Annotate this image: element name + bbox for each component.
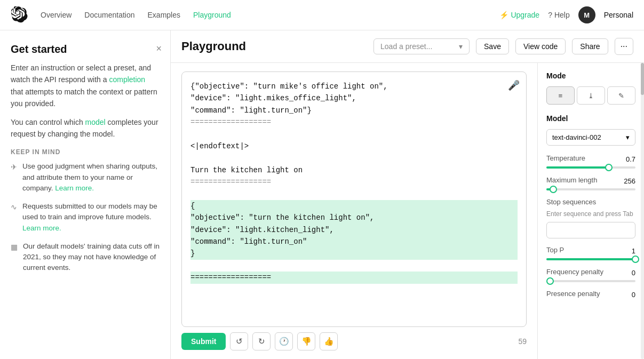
mode-list-button[interactable]: ≡: [546, 86, 575, 105]
model-select[interactable]: text-davinci-002 ▾: [546, 129, 635, 146]
learn-more-link-1[interactable]: Learn more.: [55, 184, 94, 192]
stop-seq-input[interactable]: [546, 222, 635, 238]
max-length-row: Maximum length 256: [546, 176, 635, 186]
preset-select[interactable]: Load a preset... ▾: [373, 38, 470, 54]
freq-penalty-thumb[interactable]: [546, 277, 554, 285]
editor-green-5: }: [190, 248, 518, 259]
freq-penalty-label: Frequency penalty: [546, 268, 603, 276]
editor-green-3: "device": "light.kitchen_light",: [190, 224, 518, 236]
mode-buttons: ≡ ⤓ ✎: [546, 86, 635, 105]
max-length-slider[interactable]: [546, 188, 635, 190]
model-link[interactable]: model: [85, 118, 106, 126]
insert-icon: ⤓: [588, 92, 594, 100]
navbar: Overview Documentation Examples Playgrou…: [0, 0, 644, 30]
editor-line-7: [190, 152, 518, 164]
logo[interactable]: [11, 6, 28, 23]
editor-area: 🎤 {"objective": "turn mike's office ligh…: [171, 63, 644, 359]
freq-penalty-row: Frequency penalty 0: [546, 268, 635, 278]
activity-icon: ∿: [11, 202, 17, 234]
sidebar-item-requests-text: Requests submitted to our models may be …: [22, 201, 160, 234]
calendar-icon: ▦: [11, 242, 18, 274]
temperature-label: Temperature: [546, 154, 585, 162]
thumbs-down-button[interactable]: 👎: [297, 332, 315, 350]
history-button[interactable]: 🕐: [275, 332, 293, 350]
learn-more-link-2[interactable]: Learn more.: [22, 224, 61, 232]
thumbs-up-icon: 👍: [324, 337, 334, 346]
presence-penalty-label: Presence penalty: [546, 290, 600, 298]
view-code-button[interactable]: View code: [515, 38, 566, 54]
page-title: Playground: [181, 39, 246, 53]
undo-icon: ↺: [236, 337, 243, 346]
question-icon: ?: [548, 11, 552, 19]
model-value: text-davinci-002: [552, 133, 601, 141]
top-p-thumb[interactable]: [632, 256, 639, 263]
top-p-label: Top P: [546, 246, 564, 254]
user-avatar[interactable]: M: [578, 6, 595, 23]
mode-label: Mode: [546, 71, 635, 80]
user-label[interactable]: Personal: [604, 11, 633, 19]
sidebar-item-training-text: Our default models' training data cuts o…: [23, 241, 160, 274]
preset-placeholder: Load a preset...: [380, 42, 432, 51]
stop-seq-hint: Enter sequence and press Tab: [546, 210, 635, 218]
thumbs-up-button[interactable]: 👍: [320, 332, 338, 350]
share-button[interactable]: Share: [572, 38, 608, 54]
content-area: Playground Load a preset... ▾ Save View …: [171, 30, 644, 359]
edit-icon: ✎: [618, 92, 624, 100]
nav-overview[interactable]: Overview: [41, 11, 71, 19]
redo-icon: ↻: [258, 337, 265, 346]
sidebar-item-judgment-text: Use good judgment when sharing outputs, …: [22, 161, 160, 194]
editor-line-9: ==================: [190, 176, 518, 188]
stop-seq-label: Stop sequences: [546, 198, 596, 206]
editor-green-2: "objective": "turn the kitchen light on"…: [190, 212, 518, 224]
nav-right: ⚡ Upgrade ? Help M Personal: [499, 6, 633, 23]
scrollbar-thumb[interactable]: [641, 63, 644, 95]
mode-insert-button[interactable]: ⤓: [577, 86, 605, 105]
editor-line-6: <|endoftext|>: [190, 140, 518, 152]
upgrade-button[interactable]: ⚡ Upgrade: [499, 11, 539, 19]
editor-box[interactable]: 🎤 {"objective": "turn mike's office ligh…: [181, 71, 527, 327]
submit-button[interactable]: Submit: [181, 333, 226, 350]
clock-icon: 🕐: [279, 337, 289, 346]
thumbs-down-icon: 👎: [301, 337, 312, 346]
more-button[interactable]: ···: [615, 38, 633, 55]
main-layout: Get started × Enter an instruction or se…: [0, 30, 644, 359]
keep-in-mind-title: KEEP IN MIND: [11, 148, 160, 156]
scrollbar[interactable]: [641, 63, 644, 359]
freq-penalty-value: 0: [632, 269, 635, 277]
top-p-row: Top P 1: [546, 246, 635, 256]
send-icon: ✈: [11, 162, 17, 194]
freq-penalty-slider[interactable]: [546, 280, 635, 282]
temperature-slider[interactable]: [546, 166, 635, 169]
editor-green-block: { "objective": "turn the kitchen light o…: [190, 200, 518, 260]
completion-link[interactable]: completion: [109, 75, 145, 84]
microphone-icon[interactable]: 🎤: [508, 78, 520, 94]
max-length-thumb[interactable]: [550, 186, 557, 193]
sidebar-intro: Enter an instruction or select a preset,…: [11, 62, 160, 110]
nav-links: Overview Documentation Examples Playgrou…: [41, 11, 231, 19]
max-length-value: 256: [624, 177, 635, 185]
nav-playground[interactable]: Playground: [193, 11, 231, 19]
temperature-thumb[interactable]: [605, 164, 613, 171]
sidebar-item-requests: ∿ Requests submitted to our models may b…: [11, 201, 160, 234]
redo-button[interactable]: ↻: [252, 332, 271, 350]
model-chevron-icon: ▾: [626, 133, 630, 141]
sidebar-close-button[interactable]: ×: [156, 43, 162, 54]
temperature-fill: [546, 166, 609, 169]
editor-line-10: [190, 188, 518, 200]
top-p-fill: [546, 258, 635, 260]
sidebar-item-judgment: ✈ Use good judgment when sharing outputs…: [11, 161, 160, 194]
editor-line-2: "device": "light.mikes_office_light",: [190, 92, 518, 104]
stop-seq-row: Stop sequences: [546, 198, 635, 208]
undo-button[interactable]: ↺: [230, 332, 248, 350]
editor-line-5: [190, 129, 518, 140]
nav-examples[interactable]: Examples: [148, 11, 180, 19]
editor-line-3: "command": "light.turn_on"}: [190, 105, 518, 116]
save-button[interactable]: Save: [476, 38, 509, 54]
editor-green-divider: ==================: [190, 272, 518, 283]
intro-text-2: that attempts to match the context or pa…: [11, 87, 157, 108]
mode-edit-button[interactable]: ✎: [607, 86, 635, 105]
help-button[interactable]: ? Help: [548, 11, 570, 19]
top-p-slider[interactable]: [546, 258, 635, 260]
list-icon: ≡: [559, 92, 563, 100]
nav-documentation[interactable]: Documentation: [84, 11, 134, 19]
